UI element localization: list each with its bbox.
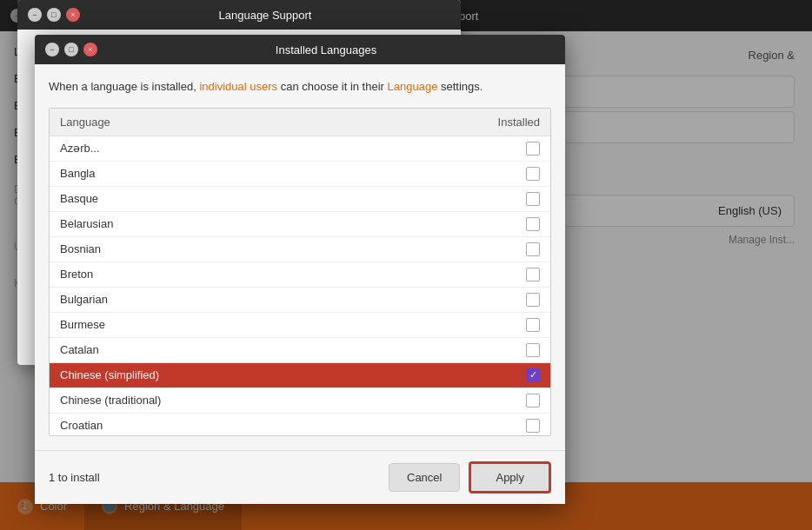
language-checkbox[interactable] [526,142,540,156]
language-link: Language [388,80,438,93]
ls-close-button[interactable]: × [66,8,80,22]
language-checkbox[interactable] [526,419,540,433]
lang-support-controls: − □ × [28,8,80,22]
table-row[interactable]: Burmese [50,313,550,338]
table-row[interactable]: Basque [50,187,550,212]
ls-maximize-button[interactable]: □ [47,8,61,22]
footer-buttons: Cancel Apply [389,461,551,494]
language-name: Breton [60,268,93,281]
dialog-minimize-button[interactable]: − [45,43,59,56]
language-checkbox[interactable] [526,192,540,206]
table-row[interactable]: Bosnian [50,237,550,262]
language-checkbox[interactable] [526,217,540,231]
dialog-maximize-button[interactable]: □ [64,43,78,56]
language-checkbox[interactable] [526,343,540,357]
language-table: Language Installed Azərb...BanglaBasqueB… [49,108,551,437]
language-column-header: Language [60,116,110,129]
language-checkbox[interactable] [526,242,540,256]
dialog-title: Installed Languages [97,43,555,56]
language-name: Azərb... [60,142,100,155]
apply-button[interactable]: Apply [469,461,551,494]
table-row[interactable]: Breton [50,262,550,288]
installed-langs-dialog: − □ × Installed Languages When a languag… [35,35,565,504]
language-name: Bulgarian [60,293,108,306]
cancel-button[interactable]: Cancel [389,463,460,492]
language-checkbox[interactable] [526,394,540,407]
dialog-titlebar: − □ × Installed Languages [35,35,565,64]
installed-column-header: Installed [498,116,540,129]
dialog-info-text: When a language is installed, individual… [49,78,551,96]
table-row[interactable]: Belarusian [50,212,550,237]
individual-users-link: individual users [199,80,277,93]
language-checkbox[interactable] [526,268,540,282]
dialog-close-button[interactable]: × [83,43,97,56]
dialog-window-controls: − □ × [45,43,97,56]
language-checkbox[interactable] [526,368,540,382]
table-row[interactable]: Croatian [50,414,550,436]
language-name: Belarusian [60,217,113,230]
language-name: Basque [60,192,98,205]
language-name: Catalan [60,343,99,356]
language-list: Azərb...BanglaBasqueBelarusianBosnianBre… [50,136,550,436]
lang-support-title: Language Support [80,9,450,22]
language-name: Bangla [60,167,95,180]
language-name: Croatian [60,419,103,432]
table-row[interactable]: Azərb... [50,136,550,162]
language-checkbox[interactable] [526,167,540,181]
ls-minimize-button[interactable]: − [28,8,42,22]
install-count: 1 to install [49,471,100,484]
language-checkbox[interactable] [526,293,540,307]
language-name: Chinese (traditional) [60,394,161,407]
language-name: Bosnian [60,242,101,255]
table-row[interactable]: Chinese (traditional) [50,388,550,414]
language-name: Chinese (simplified) [60,368,159,381]
language-checkbox[interactable] [526,318,540,332]
table-row[interactable]: Chinese (simplified) [50,363,550,388]
table-header: Language Installed [50,109,550,136]
table-row[interactable]: Catalan [50,338,550,363]
dialog-body: When a language is installed, individual… [35,64,565,450]
lang-support-titlebar: − □ × Language Support [17,0,461,30]
dialog-footer: 1 to install Cancel Apply [35,450,565,504]
language-name: Burmese [60,318,105,331]
table-row[interactable]: Bangla [50,162,550,187]
table-row[interactable]: Bulgarian [50,288,550,313]
